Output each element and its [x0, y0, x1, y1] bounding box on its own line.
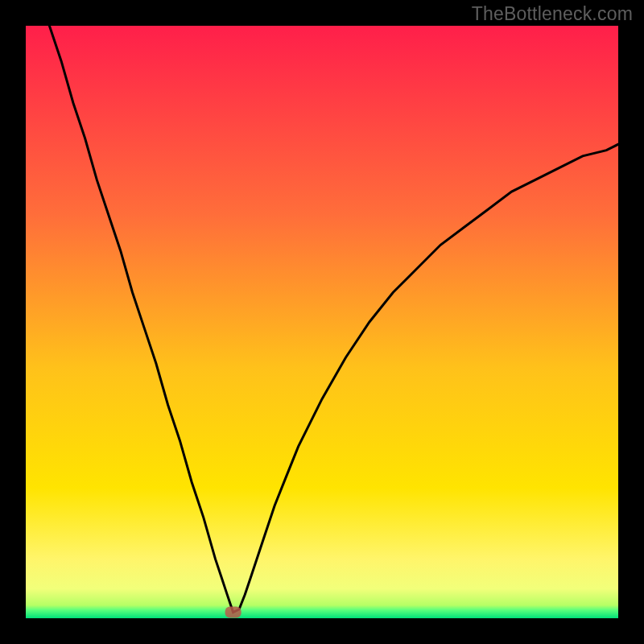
current-point-marker	[225, 607, 242, 618]
watermark-text: TheBottleneck.com	[472, 3, 633, 25]
chart-container: TheBottleneck.com	[0, 0, 644, 644]
chart-svg	[26, 26, 618, 618]
plot-area	[26, 26, 618, 618]
chart-background	[26, 26, 618, 618]
